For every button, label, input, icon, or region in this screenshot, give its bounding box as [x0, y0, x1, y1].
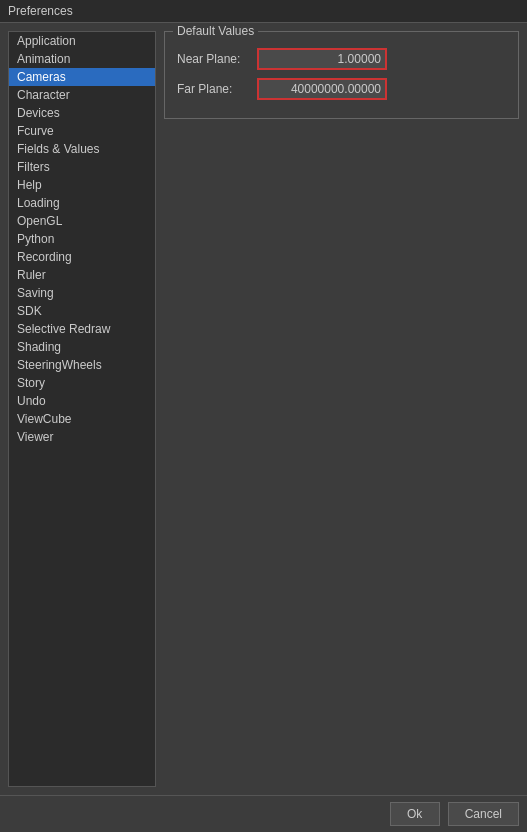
sidebar-item-recording[interactable]: Recording [9, 248, 155, 266]
sidebar-item-character[interactable]: Character [9, 86, 155, 104]
near-plane-row: Near Plane: [177, 48, 506, 70]
sidebar-item-undo[interactable]: Undo [9, 392, 155, 410]
bottom-bar: Ok Cancel [0, 795, 527, 832]
main-content: ApplicationAnimationCamerasCharacterDevi… [0, 23, 527, 795]
sidebar-item-shading[interactable]: Shading [9, 338, 155, 356]
sidebar-item-ruler[interactable]: Ruler [9, 266, 155, 284]
sidebar-item-opengl[interactable]: OpenGL [9, 212, 155, 230]
sidebar-item-animation[interactable]: Animation [9, 50, 155, 68]
content-spacer [164, 127, 519, 787]
far-plane-label: Far Plane: [177, 82, 257, 96]
title-bar: Preferences [0, 0, 527, 23]
ok-button[interactable]: Ok [390, 802, 440, 826]
sidebar-item-loading[interactable]: Loading [9, 194, 155, 212]
title-text: Preferences [8, 4, 73, 18]
sidebar-item-viewer[interactable]: Viewer [9, 428, 155, 446]
sidebar-item-cameras[interactable]: Cameras [9, 68, 155, 86]
near-plane-label: Near Plane: [177, 52, 257, 66]
sidebar-item-saving[interactable]: Saving [9, 284, 155, 302]
sidebar-item-fcurve[interactable]: Fcurve [9, 122, 155, 140]
far-plane-row: Far Plane: [177, 78, 506, 100]
sidebar-item-filters[interactable]: Filters [9, 158, 155, 176]
sidebar-item-story[interactable]: Story [9, 374, 155, 392]
near-plane-input[interactable] [257, 48, 387, 70]
content-area: Default Values Near Plane: Far Plane: [164, 31, 519, 787]
sidebar-item-python[interactable]: Python [9, 230, 155, 248]
group-box-title: Default Values [173, 24, 258, 38]
sidebar-item-fields-values[interactable]: Fields & Values [9, 140, 155, 158]
far-plane-input[interactable] [257, 78, 387, 100]
sidebar-item-sdk[interactable]: SDK [9, 302, 155, 320]
default-values-group: Default Values Near Plane: Far Plane: [164, 31, 519, 119]
sidebar-item-devices[interactable]: Devices [9, 104, 155, 122]
sidebar-item-steeringwheels[interactable]: SteeringWheels [9, 356, 155, 374]
cancel-button[interactable]: Cancel [448, 802, 519, 826]
sidebar-item-application[interactable]: Application [9, 32, 155, 50]
sidebar-item-help[interactable]: Help [9, 176, 155, 194]
sidebar-item-viewcube[interactable]: ViewCube [9, 410, 155, 428]
sidebar-item-selective-redraw[interactable]: Selective Redraw [9, 320, 155, 338]
sidebar: ApplicationAnimationCamerasCharacterDevi… [8, 31, 156, 787]
